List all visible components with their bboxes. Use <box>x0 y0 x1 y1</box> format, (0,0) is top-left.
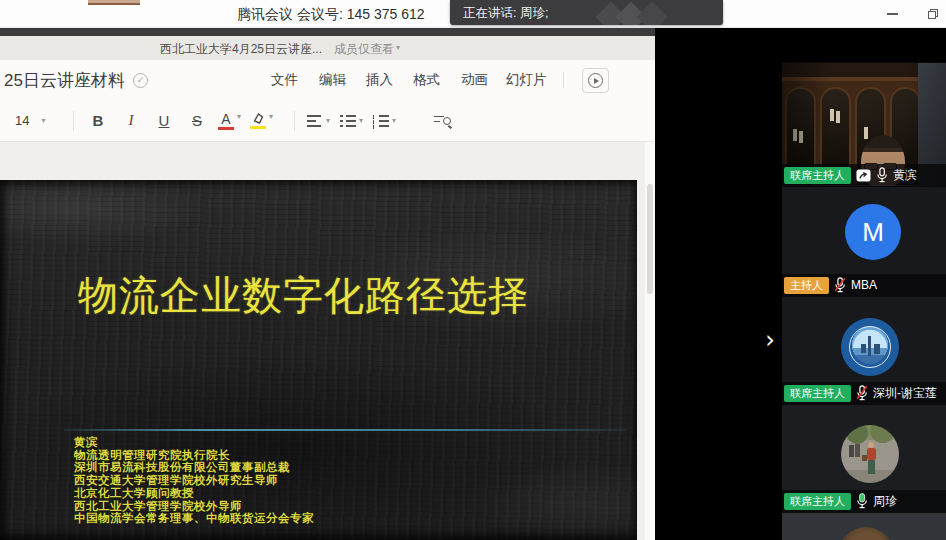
meeting-titlebar: 腾讯会议 会议号: 145 375 612 正在讲话: 周珍; <box>0 0 946 28</box>
participant-tile-video[interactable]: 联席主持人 黄滨 <box>782 62 946 186</box>
view-mode-selector[interactable]: 成员仅查看 <box>334 41 394 58</box>
format-toolbar: 14 ▾ B I U S A ▾ ▾ ▾ <box>0 100 655 142</box>
menu-format[interactable]: 格式 <box>413 71 440 89</box>
mic-muted-icon <box>834 277 846 293</box>
chevron-down-icon: ▾ <box>41 116 45 125</box>
divider <box>294 111 295 131</box>
speaking-indicator-text: 正在讲话: 周珍; <box>463 5 548 22</box>
participant-tile-zhouzhen[interactable]: 联席主持人 周珍 <box>782 404 946 512</box>
strikethrough-button[interactable]: S <box>185 112 209 129</box>
chevron-down-icon: ▾ <box>326 116 330 125</box>
host-badge: 主持人 <box>784 277 829 294</box>
meeting-title: 腾讯会议 会议号: 145 375 612 <box>237 6 425 24</box>
doc-tab-bar: 西北工业大学4月25日云讲座... 成员仅查看 ▾ <box>0 36 655 60</box>
avatar <box>838 527 894 540</box>
doc-header: 25日云讲座材料 ✓ 文件 编辑 插入 格式 动画 幻灯片 <box>0 60 655 100</box>
participant-label-bar: 主持人 MBA <box>782 274 946 296</box>
numbered-list-button[interactable]: ▾ <box>373 114 396 127</box>
mic-on-icon <box>876 167 888 183</box>
avatar: M <box>845 204 901 260</box>
mic-speaking-icon <box>856 493 868 509</box>
bullet-list-icon <box>340 114 356 127</box>
clipped-thumbnail <box>88 0 140 5</box>
saved-check-icon: ✓ <box>133 73 148 88</box>
bullet-list-button[interactable]: ▾ <box>340 114 363 127</box>
menu-insert[interactable]: 插入 <box>366 71 393 89</box>
doc-tab[interactable]: 西北工业大学4月25日云讲座... <box>160 41 322 58</box>
slide-divider-line <box>64 429 626 431</box>
divider <box>563 72 564 88</box>
play-icon <box>588 73 603 88</box>
sidebar-collapse-chevron[interactable]: › <box>757 326 783 356</box>
app-window: 腾讯会议 会议号: 145 375 612 正在讲话: 周珍; 西北工业大学4月… <box>0 0 946 540</box>
participant-name: 周珍 <box>873 493 897 510</box>
highlighter-icon <box>250 112 266 129</box>
credential-line: 黄滨 <box>74 436 314 449</box>
menu-edit[interactable]: 编辑 <box>319 71 346 89</box>
find-in-outline-button[interactable] <box>434 114 452 128</box>
credential-line: 北京化工大学顾问教授 <box>74 487 314 500</box>
cohost-badge: 联席主持人 <box>784 167 851 184</box>
bold-button[interactable]: B <box>86 112 110 129</box>
search-icon <box>443 117 451 125</box>
participant-name: MBA <box>851 278 877 292</box>
screen-share-icon <box>856 169 871 182</box>
participant-tile-partial[interactable] <box>782 512 946 540</box>
font-size-value: 14 <box>15 113 29 128</box>
speaking-indicator-toast: 正在讲话: 周珍; <box>450 0 723 25</box>
align-icon <box>307 114 323 127</box>
credential-line: 西北工业大学管理学院校外导师 <box>74 500 314 513</box>
vertical-scrollbar[interactable] <box>645 142 655 540</box>
cohost-badge: 联席主持人 <box>784 385 851 402</box>
cohost-badge: 联席主持人 <box>784 493 851 510</box>
doc-window-top-edge <box>0 28 655 36</box>
photo-avatar <box>841 425 899 483</box>
scrollbar-thumb[interactable] <box>647 184 653 294</box>
restore-icon[interactable] <box>928 9 938 19</box>
menu-slides[interactable]: 幻灯片 <box>506 71 547 89</box>
credential-line: 物流透明管理研究院执行院长 <box>74 449 314 462</box>
credential-line: 中国物流学会常务理事、中物联货运分会专家 <box>74 512 314 525</box>
slide-title: 物流企业数字化路径选择 <box>78 268 529 323</box>
chevron-down-icon: ▾ <box>392 116 396 125</box>
divider <box>73 111 74 131</box>
chevron-down-icon: ▾ <box>269 112 273 121</box>
align-button[interactable]: ▾ <box>307 114 330 127</box>
menu-file[interactable]: 文件 <box>271 71 298 89</box>
font-size-selector[interactable]: 14 ▾ <box>15 113 61 128</box>
chevron-down-icon: ▾ <box>359 116 363 125</box>
highlight-color-button[interactable]: ▾ <box>250 112 273 129</box>
participant-tile-mba[interactable]: M 主持人 MBA <box>782 186 946 296</box>
university-logo-avatar <box>841 318 899 376</box>
credential-line: 西安交通大学管理学院校外研究生导师 <box>74 474 314 487</box>
speaker-credentials: 黄滨 物流透明管理研究院执行院长 深圳市易流科技股份有限公司董事副总裁 西安交通… <box>74 436 314 525</box>
meeting-logo-icon <box>636 1 667 25</box>
font-color-icon: A <box>218 112 234 130</box>
participant-name: 黄滨 <box>893 167 917 184</box>
window-controls <box>887 0 938 28</box>
participant-label-bar: 联席主持人 周珍 <box>782 490 946 512</box>
italic-button[interactable]: I <box>119 112 143 129</box>
credential-line: 深圳市易流科技股份有限公司董事副总裁 <box>74 461 314 474</box>
shared-doc-window: 西北工业大学4月25日云讲座... 成员仅查看 ▾ 25日云讲座材料 ✓ 文件 … <box>0 28 655 540</box>
numbered-list-icon <box>373 114 389 127</box>
doc-title: 25日云讲座材料 <box>4 69 125 92</box>
present-button[interactable] <box>582 68 609 93</box>
participant-sidebar: 联席主持人 黄滨 M 主持人 <box>782 28 946 540</box>
minimize-icon[interactable] <box>887 13 898 15</box>
participant-name: 深圳-谢宝莲 <box>873 385 937 402</box>
chevron-down-icon: ▾ <box>396 43 400 52</box>
slide-blackboard[interactable]: 物流企业数字化路径选择 黄滨 物流透明管理研究院执行院长 深圳市易流科技股份有限… <box>0 180 637 540</box>
underline-button[interactable]: U <box>152 112 176 129</box>
menu-animation[interactable]: 动画 <box>461 71 488 89</box>
participant-label-bar: 联席主持人 黄滨 <box>782 164 946 186</box>
participant-tile-xiebaolian[interactable]: 联席主持人 深圳-谢宝莲 <box>782 296 946 404</box>
mic-muted-icon <box>856 385 868 401</box>
chevron-down-icon: ▾ <box>237 112 241 121</box>
participant-label-bar: 联席主持人 深圳-谢宝莲 <box>782 382 946 404</box>
doc-canvas: 物流企业数字化路径选择 黄滨 物流透明管理研究院执行院长 深圳市易流科技股份有限… <box>0 142 655 540</box>
font-color-button[interactable]: A ▾ <box>218 112 241 130</box>
